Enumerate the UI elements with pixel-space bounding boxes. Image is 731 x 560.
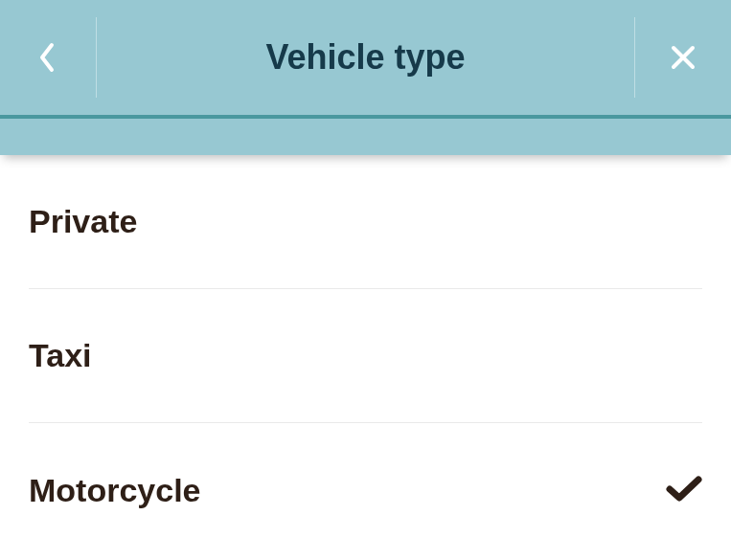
header-divider-left — [96, 17, 97, 98]
close-button[interactable] — [662, 36, 704, 78]
list-item-motorcycle[interactable]: Motorcycle — [29, 423, 702, 557]
page-title: Vehicle type — [0, 37, 731, 78]
header: Vehicle type — [0, 0, 731, 115]
header-sub-band — [0, 115, 731, 155]
back-button[interactable] — [27, 36, 69, 78]
list-item-label: Taxi — [29, 337, 92, 374]
list-item-label: Private — [29, 203, 137, 240]
chevron-left-icon — [38, 41, 57, 74]
list-item-private[interactable]: Private — [29, 155, 702, 289]
list-item-taxi[interactable]: Taxi — [29, 289, 702, 423]
header-divider-right — [634, 17, 635, 98]
vehicle-type-list: Private Taxi Motorcycle — [0, 155, 731, 557]
check-icon — [666, 474, 702, 506]
list-item-label: Motorcycle — [29, 472, 201, 509]
close-icon — [670, 44, 697, 71]
